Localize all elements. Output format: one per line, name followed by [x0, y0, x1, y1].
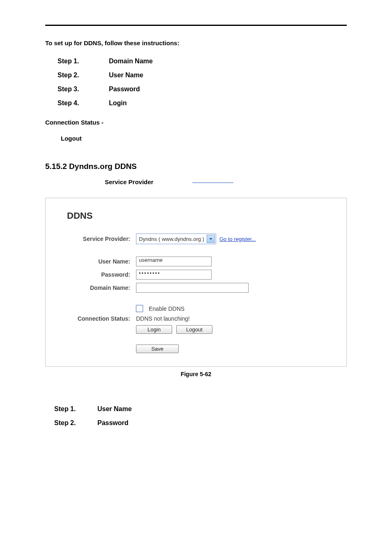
- step-label: Step 1.: [54, 402, 97, 416]
- logout-label: Logout: [61, 134, 347, 143]
- sp-link-placeholder: [192, 183, 233, 183]
- sp-label: Service Provider: [105, 178, 153, 185]
- row-service-provider: Service Provider: Dyndns ( www.dyndns.or…: [58, 234, 334, 244]
- step-value: User Name: [109, 68, 153, 82]
- step-label: Step 1.: [58, 54, 109, 68]
- figure-caption: Figure 5-62: [45, 371, 347, 377]
- table-row: Step 3. Password: [58, 82, 153, 96]
- page-divider: [45, 25, 347, 26]
- login-button[interactable]: Login: [136, 325, 172, 334]
- go-to-register-link[interactable]: Go to register...: [219, 236, 256, 242]
- enable-ddns-label: Enable DDNS: [149, 305, 184, 312]
- intro-heading: To set up for DDNS, follow these instruc…: [45, 38, 347, 48]
- table-row: Step 2. User Name: [58, 68, 153, 82]
- row-conn-status: Connection Status: DDNS not launching!: [58, 315, 334, 322]
- postlude-steps-table: Step 1. User Name Step 2. Password: [54, 402, 132, 430]
- service-provider-select[interactable]: Dyndns ( www.dyndns.org ): [136, 234, 216, 244]
- chevron-down-icon[interactable]: [207, 235, 215, 243]
- step-label: Step 4.: [58, 96, 109, 110]
- ddns-panel: DDNS Service Provider: Dyndns ( www.dynd…: [45, 198, 347, 367]
- service-provider-line: Service Provider: [105, 178, 347, 185]
- row-login-logout: Login Logout: [58, 325, 334, 334]
- step-value: User Name: [97, 402, 132, 416]
- logout-button[interactable]: Logout: [176, 325, 212, 334]
- password-label: Password:: [58, 271, 136, 278]
- row-save: Save: [58, 345, 334, 353]
- username-label: User Name:: [58, 258, 136, 265]
- select-value: Dyndns ( www.dyndns.org ): [139, 236, 204, 242]
- save-button[interactable]: Save: [136, 345, 179, 353]
- row-username: User Name: username: [58, 257, 334, 266]
- step-value: Login: [109, 96, 153, 110]
- connection-status-label: Connection Status -: [45, 118, 347, 127]
- domain-label: Domain Name:: [58, 284, 136, 291]
- step-label: Step 3.: [58, 82, 109, 96]
- table-row: Step 4. Login: [58, 96, 153, 110]
- row-password: Password: ••••••••: [58, 270, 334, 280]
- sp-field-label: Service Provider:: [58, 236, 136, 242]
- table-row: Step 1. User Name: [54, 402, 132, 416]
- conn-status-value: DDNS not launching!: [136, 315, 190, 322]
- password-input[interactable]: ••••••••: [136, 270, 212, 280]
- domain-input[interactable]: [136, 283, 249, 293]
- intro-steps-table: Step 1. Domain Name Step 2. User Name St…: [58, 54, 153, 110]
- step-value: Password: [109, 82, 153, 96]
- panel-title: DDNS: [67, 210, 334, 221]
- step-label: Step 2.: [54, 416, 97, 430]
- row-domain: Domain Name:: [58, 283, 334, 293]
- step-value: Domain Name: [109, 54, 153, 68]
- step-value: Password: [97, 416, 132, 430]
- enable-ddns-checkbox[interactable]: [136, 305, 143, 312]
- username-input[interactable]: username: [136, 257, 212, 266]
- step-label: Step 2.: [58, 68, 109, 82]
- table-row: Step 1. Domain Name: [58, 54, 153, 68]
- conn-status-label: Connection Status:: [58, 315, 136, 322]
- section-heading: 5.15.2 Dyndns.org DDNS: [45, 162, 347, 171]
- row-enable: Enable DDNS: [58, 305, 334, 312]
- table-row: Step 2. Password: [54, 416, 132, 430]
